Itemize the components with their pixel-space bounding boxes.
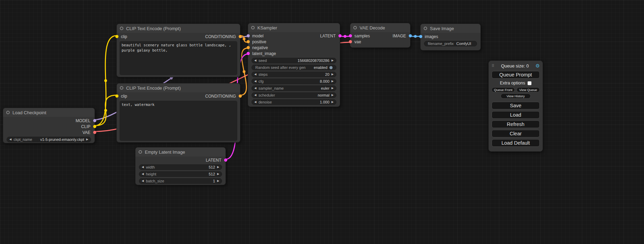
- increment-arrow-icon[interactable]: ▶: [332, 58, 334, 63]
- increment-arrow-icon[interactable]: ▶: [217, 164, 219, 170]
- extra-options-checkbox[interactable]: [528, 81, 531, 85]
- node-clip-text-encode-positive[interactable]: CLIP Text Encode (Prompt) clip CONDITION…: [116, 24, 240, 77]
- output-port-latent[interactable]: [338, 34, 342, 37]
- increment-arrow-icon[interactable]: ▶: [332, 79, 334, 84]
- widget-seed[interactable]: ◀ seed 156680208700286 ▶: [252, 58, 336, 63]
- input-port-model[interactable]: [247, 34, 250, 37]
- slot-row: clip CONDITIONING: [117, 34, 240, 39]
- node-empty-latent-header[interactable]: Empty Latent Image: [135, 147, 226, 156]
- prev-value-arrow-icon[interactable]: ◀: [9, 137, 11, 142]
- decrement-arrow-icon[interactable]: ◀: [142, 178, 144, 184]
- widget-value: enabled: [314, 65, 327, 70]
- input-label-images: images: [425, 34, 438, 39]
- queue-prompt-button[interactable]: Queue Prompt: [492, 71, 540, 79]
- input-port-negative[interactable]: [247, 46, 250, 49]
- decrement-arrow-icon[interactable]: ◀: [142, 164, 144, 170]
- node-load-checkpoint[interactable]: Load Checkpoint MODEL CLIP VAE ◀ ckpt_na…: [3, 108, 95, 143]
- collapse-dot-icon[interactable]: [120, 86, 123, 90]
- input-port-latent-image[interactable]: [247, 52, 250, 55]
- load-button[interactable]: Load: [492, 111, 540, 119]
- node-clip-positive-header[interactable]: CLIP Text Encode (Prompt): [117, 24, 240, 33]
- increment-arrow-icon[interactable]: ▶: [332, 99, 334, 105]
- widget-random-seed-toggle[interactable]: Random seed after every gen enabled: [252, 65, 336, 70]
- output-label-conditioning: CONDITIONING: [205, 34, 236, 39]
- node-save-image-header[interactable]: Save Image: [421, 24, 480, 33]
- next-value-arrow-icon[interactable]: ▶: [332, 85, 334, 91]
- queue-front-button[interactable]: Queue Front: [492, 87, 515, 92]
- decrement-arrow-icon[interactable]: ◀: [254, 99, 256, 105]
- node-empty-latent-image[interactable]: Empty Latent Image LATENT ◀ width 512 ▶ …: [135, 147, 226, 185]
- node-clip-text-encode-negative[interactable]: CLIP Text Encode (Prompt) clip CONDITION…: [116, 83, 240, 143]
- node-vae-decode-header[interactable]: VAE Decode: [350, 23, 410, 32]
- input-port-positive[interactable]: [247, 40, 250, 43]
- output-label-model: MODEL: [76, 118, 90, 123]
- widget-height[interactable]: ◀ height 512 ▶: [139, 171, 222, 177]
- prev-value-arrow-icon[interactable]: ◀: [254, 85, 256, 91]
- output-port-conditioning[interactable]: [239, 35, 242, 38]
- slot-row: samples IMAGE: [350, 33, 410, 39]
- input-port-clip[interactable]: [115, 35, 118, 38]
- widget-ckpt-name[interactable]: ◀ ckpt_name v1-5-pruned-emaonly.ckpt ▶: [7, 137, 91, 142]
- view-queue-button[interactable]: View Queue: [517, 87, 540, 92]
- decrement-arrow-icon[interactable]: ◀: [254, 72, 256, 77]
- input-label-clip: clip: [121, 34, 127, 39]
- settings-gear-icon[interactable]: ⚙: [535, 63, 540, 69]
- prompt-textarea[interactable]: beautiful scenery nature glass bottle la…: [120, 41, 237, 75]
- increment-arrow-icon[interactable]: ▶: [332, 72, 334, 77]
- widget-sampler-name[interactable]: ◀ sampler_name euler ▶: [252, 85, 336, 91]
- input-label-negative: negative: [252, 45, 268, 50]
- next-value-arrow-icon[interactable]: ▶: [332, 92, 334, 98]
- drag-handle-icon[interactable]: ⠿: [492, 64, 494, 68]
- prompt-textarea[interactable]: text, watermark: [120, 101, 237, 141]
- view-history-button[interactable]: View History: [501, 93, 530, 99]
- node-save-image[interactable]: Save Image images filename_prefix ComfyU…: [420, 24, 481, 51]
- load-default-button[interactable]: Load Default: [492, 139, 540, 147]
- input-port-images[interactable]: [419, 35, 422, 38]
- node-ksampler-header[interactable]: KSampler: [248, 23, 340, 32]
- history-row: View History: [492, 93, 540, 99]
- input-port-vae[interactable]: [349, 40, 352, 43]
- node-title: Load Checkpoint: [12, 110, 46, 115]
- refresh-button[interactable]: Refresh: [492, 120, 540, 128]
- widget-scheduler[interactable]: ◀ scheduler normal ▶: [252, 92, 336, 98]
- node-load-checkpoint-header[interactable]: Load Checkpoint: [3, 108, 95, 117]
- widget-filename-prefix[interactable]: filename_prefix ComfyUI: [424, 41, 477, 46]
- prev-value-arrow-icon[interactable]: ◀: [254, 92, 256, 98]
- decrement-arrow-icon[interactable]: ◀: [142, 171, 144, 177]
- output-port-model[interactable]: [93, 119, 96, 122]
- widget-width[interactable]: ◀ width 512 ▶: [139, 164, 222, 170]
- output-port-image[interactable]: [409, 34, 412, 37]
- save-button[interactable]: Save: [492, 102, 540, 109]
- node-vae-decode[interactable]: VAE Decode samples IMAGE vae: [350, 23, 411, 48]
- toggle-dot-icon[interactable]: [329, 66, 333, 69]
- next-value-arrow-icon[interactable]: ▶: [86, 137, 88, 142]
- decrement-arrow-icon[interactable]: ◀: [254, 79, 256, 84]
- widget-steps[interactable]: ◀ steps 20 ▶: [252, 72, 336, 77]
- collapse-dot-icon[interactable]: [353, 26, 357, 29]
- output-port-vae[interactable]: [93, 131, 96, 134]
- collapse-dot-icon[interactable]: [424, 27, 427, 30]
- output-port-latent[interactable]: [224, 159, 227, 162]
- collapse-dot-icon[interactable]: [120, 27, 123, 30]
- collapse-dot-icon[interactable]: [251, 26, 255, 29]
- widget-value: 156680208700286: [298, 58, 329, 63]
- decrement-arrow-icon[interactable]: ◀: [254, 58, 256, 63]
- node-ksampler[interactable]: KSampler model LATENT positive negative …: [248, 23, 340, 107]
- widget-batch-size[interactable]: ◀ batch_size 1 ▶: [139, 178, 222, 184]
- increment-arrow-icon[interactable]: ▶: [217, 171, 219, 177]
- increment-arrow-icon[interactable]: ▶: [217, 178, 219, 184]
- collapse-dot-icon[interactable]: [139, 150, 142, 154]
- node-clip-negative-header[interactable]: CLIP Text Encode (Prompt): [117, 83, 240, 92]
- wire-conditioning-positive-midpoint-dot: [243, 38, 246, 40]
- input-port-clip[interactable]: [115, 94, 118, 98]
- input-port-samples[interactable]: [349, 34, 352, 37]
- widget-value: v1-5-pruned-emaonly.ckpt: [40, 137, 84, 142]
- node-graph-canvas[interactable]: Load Checkpoint MODEL CLIP VAE ◀ ckpt_na…: [0, 0, 644, 244]
- collapse-dot-icon[interactable]: [6, 111, 10, 114]
- widget-denoise[interactable]: ◀ denoise 1.000 ▶: [252, 99, 336, 105]
- output-port-conditioning[interactable]: [239, 94, 242, 98]
- widget-cfg[interactable]: ◀ cfg 8.000 ▶: [252, 79, 336, 84]
- output-port-clip[interactable]: [93, 125, 96, 128]
- clear-button[interactable]: Clear: [492, 130, 540, 137]
- widget-value: 1: [213, 179, 215, 183]
